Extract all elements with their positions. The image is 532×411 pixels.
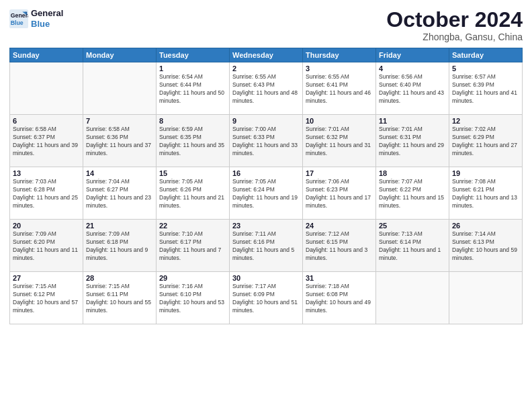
day-number: 17 <box>306 169 373 177</box>
weekday-header-saturday: Saturday <box>449 48 523 62</box>
logo-text: General Blue <box>31 8 63 29</box>
calendar-cell: 20Sunrise: 7:09 AM Sunset: 6:20 PM Dayli… <box>10 220 83 272</box>
weekday-header-row: SundayMondayTuesdayWednesdayThursdayFrid… <box>10 48 523 62</box>
day-info: Sunrise: 7:07 AM Sunset: 6:22 PM Dayligh… <box>379 178 446 210</box>
calendar-table: SundayMondayTuesdayWednesdayThursdayFrid… <box>9 48 523 324</box>
day-info: Sunrise: 7:01 AM Sunset: 6:32 PM Dayligh… <box>306 126 373 158</box>
day-number: 28 <box>86 274 153 282</box>
calendar-cell: 24Sunrise: 7:12 AM Sunset: 6:15 PM Dayli… <box>303 220 376 272</box>
weekday-header-sunday: Sunday <box>10 48 83 62</box>
logo: General Blue General Blue <box>9 8 63 29</box>
calendar-cell: 5Sunrise: 6:57 AM Sunset: 6:39 PM Daylig… <box>449 62 523 115</box>
day-info: Sunrise: 6:56 AM Sunset: 6:40 PM Dayligh… <box>379 73 446 105</box>
day-info: Sunrise: 7:05 AM Sunset: 6:26 PM Dayligh… <box>159 178 226 210</box>
calendar-cell: 25Sunrise: 7:13 AM Sunset: 6:14 PM Dayli… <box>376 220 449 272</box>
calendar-week-3: 13Sunrise: 7:03 AM Sunset: 6:28 PM Dayli… <box>10 167 523 220</box>
day-number: 4 <box>379 64 446 73</box>
day-number: 7 <box>86 117 153 125</box>
day-info: Sunrise: 7:01 AM Sunset: 6:31 PM Dayligh… <box>379 126 446 158</box>
day-info: Sunrise: 6:58 AM Sunset: 6:37 PM Dayligh… <box>13 126 80 158</box>
title-block: October 2024 Zhongba, Gansu, China <box>386 8 523 42</box>
day-info: Sunrise: 6:58 AM Sunset: 6:36 PM Dayligh… <box>86 126 153 158</box>
day-number: 9 <box>232 117 300 125</box>
day-number: 21 <box>86 222 153 230</box>
day-number: 22 <box>159 222 226 230</box>
calendar-cell: 29Sunrise: 7:16 AM Sunset: 6:10 PM Dayli… <box>157 272 230 324</box>
day-info: Sunrise: 7:15 AM Sunset: 6:11 PM Dayligh… <box>86 283 153 315</box>
calendar-week-1: 1Sunrise: 6:54 AM Sunset: 6:44 PM Daylig… <box>10 62 523 115</box>
calendar-week-2: 6Sunrise: 6:58 AM Sunset: 6:37 PM Daylig… <box>10 115 523 167</box>
calendar-cell: 4Sunrise: 6:56 AM Sunset: 6:40 PM Daylig… <box>376 62 449 115</box>
calendar-cell: 23Sunrise: 7:11 AM Sunset: 6:16 PM Dayli… <box>230 220 303 272</box>
day-info: Sunrise: 7:17 AM Sunset: 6:09 PM Dayligh… <box>232 283 300 315</box>
calendar-cell: 30Sunrise: 7:17 AM Sunset: 6:09 PM Dayli… <box>230 272 303 324</box>
day-number: 16 <box>232 169 300 177</box>
day-info: Sunrise: 7:16 AM Sunset: 6:10 PM Dayligh… <box>159 283 226 315</box>
day-number: 29 <box>159 274 226 282</box>
day-info: Sunrise: 7:03 AM Sunset: 6:28 PM Dayligh… <box>13 178 80 210</box>
day-info: Sunrise: 7:14 AM Sunset: 6:13 PM Dayligh… <box>452 230 519 263</box>
calendar-cell: 28Sunrise: 7:15 AM Sunset: 6:11 PM Dayli… <box>83 272 157 324</box>
calendar-cell: 27Sunrise: 7:15 AM Sunset: 6:12 PM Dayli… <box>10 272 83 324</box>
day-number: 6 <box>13 117 80 125</box>
day-info: Sunrise: 7:02 AM Sunset: 6:29 PM Dayligh… <box>452 126 519 158</box>
day-number: 12 <box>452 117 519 125</box>
day-number: 27 <box>13 274 80 282</box>
day-info: Sunrise: 7:09 AM Sunset: 6:18 PM Dayligh… <box>86 230 153 263</box>
day-info: Sunrise: 6:59 AM Sunset: 6:35 PM Dayligh… <box>159 126 226 158</box>
calendar-cell: 26Sunrise: 7:14 AM Sunset: 6:13 PM Dayli… <box>449 220 523 272</box>
day-number: 24 <box>306 222 373 230</box>
calendar-cell <box>10 62 83 115</box>
calendar-cell: 12Sunrise: 7:02 AM Sunset: 6:29 PM Dayli… <box>449 115 523 167</box>
day-number: 15 <box>159 169 226 177</box>
weekday-header-monday: Monday <box>83 48 157 62</box>
calendar-cell: 31Sunrise: 7:18 AM Sunset: 6:08 PM Dayli… <box>303 272 376 324</box>
calendar-cell: 18Sunrise: 7:07 AM Sunset: 6:22 PM Dayli… <box>376 167 449 220</box>
header: General Blue General Blue October 2024 Z… <box>9 8 523 42</box>
day-number: 5 <box>452 64 519 73</box>
day-info: Sunrise: 7:00 AM Sunset: 6:33 PM Dayligh… <box>232 126 300 158</box>
day-info: Sunrise: 7:08 AM Sunset: 6:21 PM Dayligh… <box>452 178 519 210</box>
day-info: Sunrise: 6:54 AM Sunset: 6:44 PM Dayligh… <box>159 73 226 105</box>
day-info: Sunrise: 7:13 AM Sunset: 6:14 PM Dayligh… <box>379 230 446 263</box>
calendar-cell: 22Sunrise: 7:10 AM Sunset: 6:17 PM Dayli… <box>157 220 230 272</box>
calendar-cell: 15Sunrise: 7:05 AM Sunset: 6:26 PM Dayli… <box>157 167 230 220</box>
day-info: Sunrise: 6:55 AM Sunset: 6:43 PM Dayligh… <box>232 73 300 105</box>
calendar-week-4: 20Sunrise: 7:09 AM Sunset: 6:20 PM Dayli… <box>10 220 523 272</box>
day-number: 25 <box>379 222 446 230</box>
calendar-cell: 1Sunrise: 6:54 AM Sunset: 6:44 PM Daylig… <box>157 62 230 115</box>
day-info: Sunrise: 7:09 AM Sunset: 6:20 PM Dayligh… <box>13 230 80 263</box>
calendar-cell: 14Sunrise: 7:04 AM Sunset: 6:27 PM Dayli… <box>83 167 157 220</box>
day-number: 14 <box>86 169 153 177</box>
logo-icon: General Blue <box>9 9 28 28</box>
day-info: Sunrise: 7:05 AM Sunset: 6:24 PM Dayligh… <box>232 178 300 210</box>
day-number: 3 <box>306 64 373 73</box>
day-number: 26 <box>452 222 519 230</box>
weekday-header-friday: Friday <box>376 48 449 62</box>
calendar-cell: 6Sunrise: 6:58 AM Sunset: 6:37 PM Daylig… <box>10 115 83 167</box>
calendar-cell: 21Sunrise: 7:09 AM Sunset: 6:18 PM Dayli… <box>83 220 157 272</box>
day-info: Sunrise: 7:06 AM Sunset: 6:23 PM Dayligh… <box>306 178 373 210</box>
day-info: Sunrise: 7:15 AM Sunset: 6:12 PM Dayligh… <box>13 283 80 315</box>
calendar-cell: 7Sunrise: 6:58 AM Sunset: 6:36 PM Daylig… <box>83 115 157 167</box>
day-info: Sunrise: 7:10 AM Sunset: 6:17 PM Dayligh… <box>159 230 226 263</box>
weekday-header-thursday: Thursday <box>303 48 376 62</box>
calendar-cell: 16Sunrise: 7:05 AM Sunset: 6:24 PM Dayli… <box>230 167 303 220</box>
day-info: Sunrise: 7:04 AM Sunset: 6:27 PM Dayligh… <box>86 178 153 210</box>
day-number: 1 <box>159 64 226 73</box>
calendar-cell: 11Sunrise: 7:01 AM Sunset: 6:31 PM Dayli… <box>376 115 449 167</box>
calendar-cell <box>449 272 523 324</box>
day-number: 10 <box>306 117 373 125</box>
calendar-cell: 2Sunrise: 6:55 AM Sunset: 6:43 PM Daylig… <box>230 62 303 115</box>
month-title: October 2024 <box>386 8 523 32</box>
calendar-cell <box>83 62 157 115</box>
calendar-cell: 3Sunrise: 6:55 AM Sunset: 6:41 PM Daylig… <box>303 62 376 115</box>
svg-text:Blue: Blue <box>11 19 24 26</box>
day-info: Sunrise: 6:57 AM Sunset: 6:39 PM Dayligh… <box>452 73 519 105</box>
day-number: 30 <box>232 274 300 282</box>
day-number: 8 <box>159 117 226 125</box>
day-number: 20 <box>13 222 80 230</box>
day-info: Sunrise: 7:18 AM Sunset: 6:08 PM Dayligh… <box>306 283 373 315</box>
day-number: 18 <box>379 169 446 177</box>
page: General Blue General Blue October 2024 Z… <box>0 0 532 411</box>
